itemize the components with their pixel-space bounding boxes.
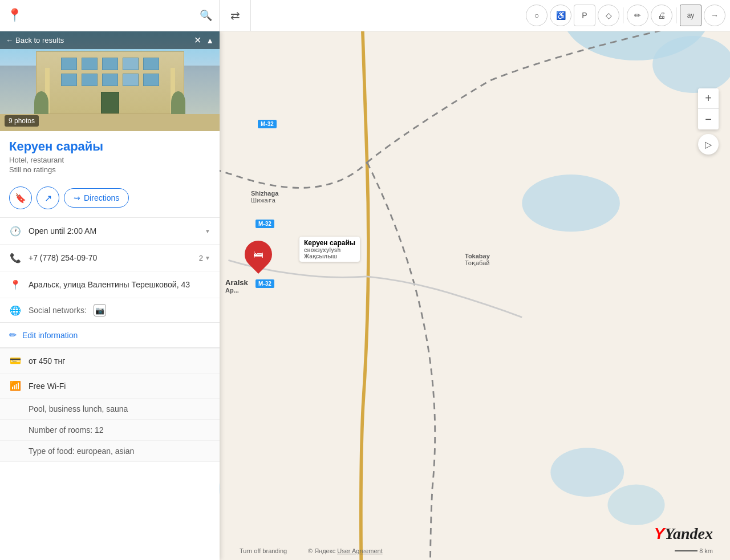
search-input[interactable]: Hotels	[27, 11, 200, 21]
road-label-m32-aralsk: M-32	[256, 279, 274, 288]
wifi-icon: 📶	[9, 380, 22, 391]
road-label-m32-top: M-32	[258, 120, 277, 128]
phone-text[interactable]: +7 (778) 254-09-70	[29, 253, 192, 262]
social-row: 🌐 Social networks: 📷	[0, 298, 220, 322]
location-button[interactable]: ▷	[698, 134, 719, 155]
back-arrow-icon: ←	[6, 36, 13, 44]
user-agreement-link[interactable]: User Agreement	[337, 547, 382, 554]
accessibility-button[interactable]: ♿	[550, 5, 571, 26]
city-label-shizhaga: Shizhaga Шижаға	[251, 190, 278, 204]
hotel-name: Керуен сарайы	[9, 139, 210, 154]
transfer-icon: ⇄	[230, 9, 240, 22]
wifi-row: 📶 Free Wi-Fi	[0, 374, 220, 399]
edit-label: Edit information	[22, 331, 78, 340]
zoom-out-button[interactable]: −	[698, 109, 719, 129]
price-icon: 💳	[9, 355, 22, 366]
phone-extra[interactable]: 2 ▼	[199, 254, 210, 262]
topbar-divider-2	[676, 7, 676, 23]
zoom-in-button[interactable]: +	[698, 88, 719, 109]
share-icon: ↗	[44, 193, 52, 204]
phone-icon: 📞	[9, 251, 22, 264]
directions-icon: ⇝	[74, 193, 80, 202]
svg-point-6	[550, 448, 624, 497]
marker-circle: 🛏	[239, 235, 278, 274]
directions-label: Directions	[84, 193, 119, 202]
social-label: Social networks:	[29, 306, 87, 315]
search-button[interactable]: 🔍	[200, 9, 212, 22]
hotel-rating: Still no ratings	[9, 165, 210, 174]
back-label: Back to results	[15, 36, 64, 44]
yandex-branding: YYandex	[654, 525, 713, 543]
draw-button[interactable]: ✏	[627, 5, 648, 26]
turn-off-branding[interactable]: Turn off branding	[240, 547, 287, 554]
phone-row: 📞 +7 (778) 254-09-70 2 ▼	[0, 245, 220, 271]
search-area: 📍 Hotels 🔍	[0, 0, 220, 31]
wifi-text: Free Wi-Fi	[29, 382, 66, 391]
photos-badge[interactable]: 9 photos	[5, 115, 39, 127]
svg-point-5	[522, 175, 620, 232]
scale-bar: 8 km	[675, 547, 713, 554]
open-hours-text: Open until 2:00 AM	[29, 226, 198, 236]
photo-area: ← Back to results ✕ ▲ 9 photos	[0, 31, 220, 131]
directions-button[interactable]: ⇝ Directions	[64, 188, 129, 208]
chevron-down-icon: ▼	[205, 228, 210, 234]
food-type-text: Type of food: european, asian	[0, 441, 220, 462]
phone-chevron-icon: ▼	[205, 255, 210, 261]
hotel-info: Керуен сарайы Hotel, restaurant Still no…	[0, 131, 220, 186]
action-buttons: 🔖 ↗ ⇝ Directions	[0, 186, 220, 217]
bed-icon: 🛏	[253, 249, 263, 261]
price-row: 💳 от 450 тнг	[0, 348, 220, 374]
amenities-section: 💳 от 450 тнг 📶 Free Wi-Fi Pool, business…	[0, 348, 220, 462]
yandex-logo: YYandex	[654, 525, 713, 543]
expand-button[interactable]: ▲	[206, 36, 214, 45]
zoom-controls: + −	[698, 88, 719, 129]
address-text: Аральск, улица Валентины Терешковой, 43	[29, 280, 210, 289]
parking-button[interactable]: P	[574, 5, 595, 26]
sidebar: ← Back to results ✕ ▲ 9 photos Керуен са…	[0, 31, 220, 560]
amenities-text: Pool, business lunch, sauna	[0, 399, 220, 420]
copyright-text: © Яндекс User Agreement	[308, 547, 383, 554]
address-row: 📍 Аральск, улица Валентины Терешковой, 4…	[0, 271, 220, 298]
city-label-tokabay: Tokabay Тоқабай	[465, 253, 490, 267]
open-hours-extra[interactable]: ▼	[205, 228, 210, 234]
edit-row[interactable]: ✏ Edit information	[0, 323, 220, 347]
open-hours-row: 🕐 Open until 2:00 AM ▼	[0, 218, 220, 245]
map-footer: 8 km	[675, 547, 713, 554]
bookmark-icon: 🔖	[15, 193, 26, 204]
back-to-results-button[interactable]: ← Back to results	[6, 36, 64, 44]
layers-button[interactable]: ◇	[598, 5, 619, 26]
edit-pencil-icon: ✏	[9, 330, 17, 340]
print-button[interactable]: 🖨	[651, 5, 672, 26]
city-label-aralsk: Aralsk Ар...	[225, 278, 248, 294]
topbar: 📍 Hotels 🔍 ⇄ ○ ♿ P ◇ ✏ 🖨 аy →	[0, 0, 730, 31]
clock-icon: 🕐	[9, 225, 22, 237]
svg-point-7	[607, 485, 664, 526]
hotel-map-marker[interactable]: 🛏	[245, 241, 272, 268]
instagram-icon[interactable]: 📷	[94, 304, 106, 316]
price-text: от 450 тнг	[29, 356, 65, 366]
share-button[interactable]: ↗	[36, 186, 59, 209]
close-button[interactable]: ✕	[194, 35, 201, 46]
rooms-text: Number of rooms: 12	[0, 420, 220, 441]
hotel-type: Hotel, restaurant	[9, 156, 210, 164]
hotel-map-label: Керуен сарайы снокзухуlysh Жақсылыш	[299, 237, 360, 262]
transfer-button[interactable]: ⇄	[220, 0, 251, 31]
signin-button[interactable]: →	[704, 5, 725, 26]
sidebar-nav: ← Back to results ✕ ▲	[0, 31, 220, 49]
road-label-m32-mid: M-32	[256, 220, 274, 228]
location-pin-icon: 📍	[7, 8, 22, 23]
save-button[interactable]: 🔖	[9, 186, 32, 209]
address-icon: 📍	[9, 278, 22, 291]
traffic-button[interactable]: ○	[526, 5, 548, 26]
topbar-right-controls: ○ ♿ P ◇ ✏ 🖨 аy →	[526, 5, 730, 26]
lang-button[interactable]: аy	[680, 5, 701, 26]
topbar-divider-1	[623, 7, 623, 23]
social-globe-icon: 🌐	[9, 304, 22, 316]
